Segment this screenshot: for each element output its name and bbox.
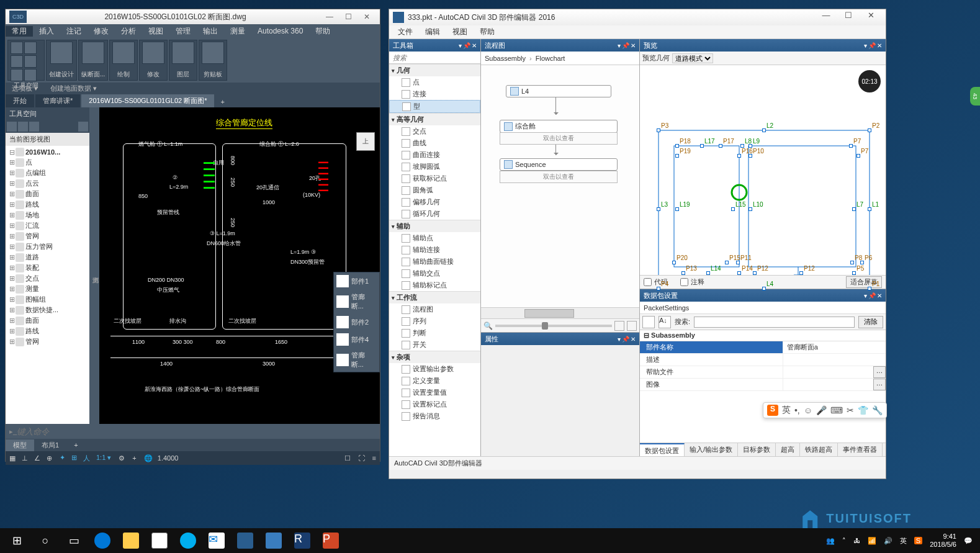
packet-tab[interactable]: 铁路超高 (800, 443, 838, 456)
tray-up-icon[interactable]: ˄ (842, 537, 846, 545)
ribbon-group[interactable]: 修改 (139, 40, 168, 81)
flow-node[interactable]: L4 (506, 85, 611, 97)
ribbon-group[interactable]: 纵断面... (78, 40, 108, 81)
toolbox-search[interactable] (389, 52, 480, 64)
tree-item[interactable]: ⊞装配 (7, 263, 88, 273)
pin-icon[interactable]: 📌 (463, 42, 470, 49)
grid-row[interactable]: 部件名称管廊断面a (640, 341, 886, 354)
search-input[interactable] (389, 52, 480, 63)
tree-item[interactable]: ⊞道路 (7, 252, 88, 263)
close-button[interactable]: ✕ (860, 11, 882, 24)
toolbox-item[interactable]: 流程图 (389, 303, 480, 315)
tree-item[interactable]: ⊞点 (7, 157, 88, 168)
tree-item[interactable]: ⊞曲面 (7, 189, 88, 199)
packet-grid[interactable]: Subassembly 部件名称管廊断面a描述帮助文件…图像… (640, 330, 886, 443)
palette-item[interactable]: 部件2 (334, 313, 379, 331)
keyboard-icon[interactable]: ⌨ (830, 405, 843, 415)
start-button[interactable]: ⊞ (2, 528, 31, 553)
status-btn[interactable]: ⚙ (116, 454, 127, 462)
file-tab[interactable]: 管廊讲课* (35, 94, 80, 107)
toolbox-category[interactable]: 高等几何 (389, 113, 480, 125)
clear-button[interactable]: 清除 (858, 316, 883, 328)
view-selector[interactable]: 当前图形视图 (6, 133, 89, 146)
grid-group[interactable]: Subassembly (640, 330, 886, 341)
toolbox-item[interactable]: 辅助点 (389, 232, 480, 244)
tree-item[interactable]: ⊞曲面 (7, 315, 88, 326)
status-btn[interactable]: ⊥ (19, 454, 30, 462)
sogou-tray-icon[interactable]: S (914, 537, 922, 544)
ribbon-group[interactable]: 绘制 (109, 40, 138, 81)
sac-titlebar[interactable]: 333.pkt - AutoCAD Civil 3D 部件编辑器 2016 — … (389, 9, 886, 25)
pkt-tool-btn[interactable] (642, 316, 655, 328)
tree-item[interactable]: ⊞场地 (7, 210, 88, 220)
side-badge[interactable]: 43 (970, 87, 980, 106)
command-line[interactable]: ▸_ (6, 424, 380, 439)
grid-row[interactable]: 描述 (640, 354, 886, 366)
sogou-icon[interactable]: S (767, 405, 778, 416)
powerpoint-app[interactable]: P (317, 528, 345, 553)
ribbon-tab[interactable]: 输出 (197, 26, 224, 37)
toolbox-item[interactable]: 辅助标记点 (389, 279, 480, 291)
ribbon-tab[interactable]: 常用 (6, 26, 33, 37)
ribbon-tab[interactable]: 测量 (224, 26, 251, 37)
toolbox-item[interactable]: 交点 (389, 125, 480, 137)
status-btn[interactable]: ⊞ (69, 454, 79, 463)
maximize-button[interactable]: ☐ (339, 12, 357, 21)
toolbox-item[interactable]: 坡脚圆弧 (389, 161, 480, 173)
toolspace-tree[interactable]: ⊟2016W10... ⊞点⊞点编组⊞点云⊞曲面⊞路线⊞场地⊞汇流⊞管网⊞压力管… (6, 146, 89, 424)
status-btn[interactable]: 🌐 (142, 454, 155, 462)
system-tray[interactable]: 👥 ˄ 🖧 📶 🔊 英 S 9:41 2018/5/6 💬 (821, 533, 978, 549)
status-btn[interactable]: 人 (81, 454, 92, 463)
dropdown[interactable]: 选项板 ▾ (6, 84, 44, 93)
toolbox-item[interactable]: 型 (389, 100, 480, 113)
settings-icon[interactable]: 🔧 (872, 405, 883, 415)
preview-mode-select[interactable]: 道路模式 (672, 53, 713, 63)
toolbox-item[interactable]: 开关 (389, 339, 480, 351)
grid-row[interactable]: 图像… (640, 379, 886, 391)
panel-header[interactable]: 预览▾📌✕ (640, 39, 886, 52)
toolbox-item[interactable]: 循环几何 (389, 208, 480, 220)
panel-header[interactable]: 工具箱▾📌✕ (389, 39, 480, 52)
tree-item[interactable]: ⊞交点 (7, 273, 88, 284)
grid-row[interactable]: 帮助文件… (640, 366, 886, 379)
status-btn[interactable]: ✦ (57, 454, 68, 463)
packet-tab[interactable]: 事件查看器 (838, 443, 883, 456)
status-btn[interactable]: ⛶ (356, 454, 367, 462)
skype-app[interactable] (174, 528, 202, 553)
toolbox-item[interactable]: 偏移几何 (389, 196, 480, 208)
add-tab-button[interactable]: + (215, 96, 229, 107)
ribbon-group[interactable]: 创建设计 (46, 40, 77, 81)
volume-icon[interactable]: 🔊 (884, 537, 892, 545)
tree-item[interactable]: ⊞路线 (7, 326, 88, 336)
ime-btn[interactable]: ✂ (847, 405, 854, 415)
panel-header[interactable]: 数据包设置▾📌✕ (640, 289, 886, 302)
toolbox-category[interactable]: 杂项 (389, 351, 480, 363)
tree-item[interactable]: ⊞点云 (7, 178, 88, 189)
toolbox-item[interactable]: 获取标记点 (389, 173, 480, 184)
breadcrumb-item[interactable]: Flowchart (536, 55, 565, 62)
clock[interactable]: 9:41 2018/5/6 (930, 533, 956, 549)
toolbox-item[interactable]: 圆角弧 (389, 184, 480, 196)
status-btn[interactable]: 1:1 ▾ (94, 454, 114, 463)
ribbon-tab[interactable]: 分析 (115, 26, 142, 37)
toolbox-item[interactable]: 辅助交点 (389, 268, 480, 279)
toolbox-item[interactable]: 设置标记点 (389, 398, 480, 410)
toolbox-item[interactable]: 判断 (389, 327, 480, 339)
status-btn[interactable]: + (130, 454, 138, 462)
sheet-tab[interactable]: 布局1 (34, 439, 66, 451)
browse-button[interactable]: … (873, 366, 886, 378)
ribbon-tab[interactable]: 修改 (88, 26, 115, 37)
toolbox-category[interactable]: 工作流 (389, 291, 480, 303)
close-panel-icon[interactable]: ✕ (472, 42, 477, 49)
network-icon[interactable]: 🖧 (853, 537, 860, 544)
toolbox-item[interactable]: 设置输出参数 (389, 363, 480, 375)
menu-item[interactable]: 视图 (446, 27, 474, 37)
ribbon-tab[interactable]: 视图 (142, 26, 169, 37)
tree-item[interactable]: ⊞汇流 (7, 220, 88, 231)
packet-tab[interactable]: 目标参数 (738, 443, 776, 456)
revit-app[interactable]: R (288, 528, 317, 553)
edge-app[interactable] (88, 528, 117, 553)
ime-lang[interactable]: 英 (782, 405, 791, 416)
maximize-button[interactable]: ☐ (837, 11, 860, 24)
flow-node[interactable]: Sequence (500, 158, 618, 171)
